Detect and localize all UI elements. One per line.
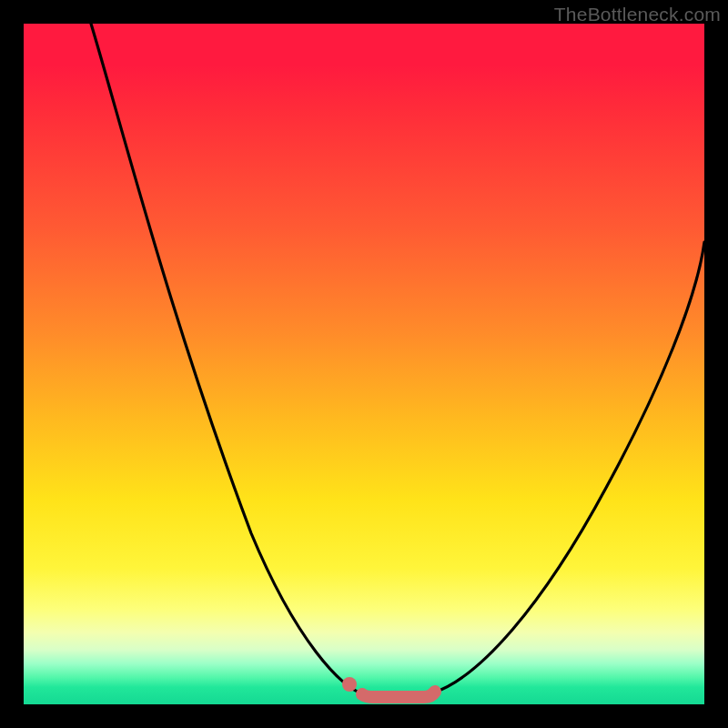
highlight-dot-icon (342, 677, 357, 692)
chart-frame: TheBottleneck.com (0, 0, 728, 728)
left-branch-curve (91, 24, 362, 693)
chart-svg (24, 24, 704, 704)
watermark-text: TheBottleneck.com (554, 4, 721, 25)
right-branch-curve (431, 242, 704, 693)
bottom-flat-segment (362, 692, 435, 697)
chart-plot-area (24, 24, 704, 704)
